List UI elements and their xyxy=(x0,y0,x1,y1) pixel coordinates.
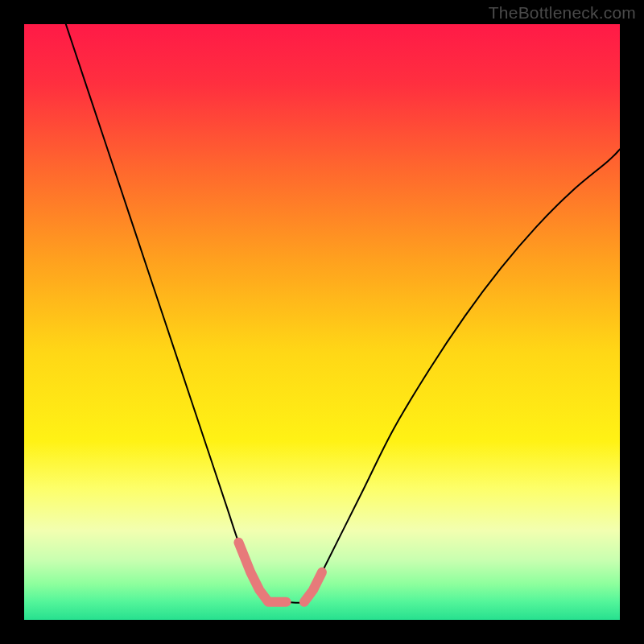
chart-svg xyxy=(24,24,620,620)
chart-background xyxy=(24,24,620,620)
chart-stage: TheBottleneck.com xyxy=(0,0,644,644)
watermark-text: TheBottleneck.com xyxy=(489,3,636,23)
